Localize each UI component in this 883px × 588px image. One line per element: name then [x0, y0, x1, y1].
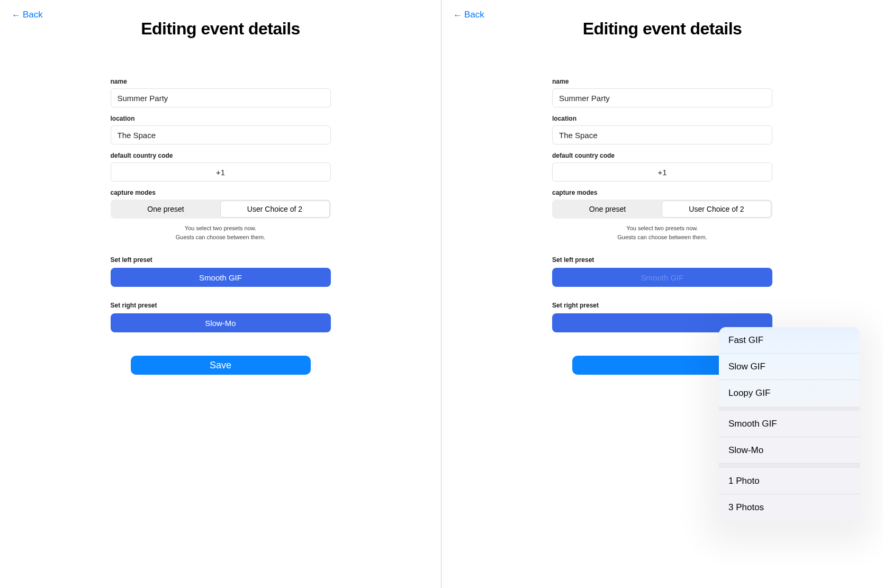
segment-one-preset[interactable]: One preset	[553, 201, 662, 218]
panel-state-a: ← Back Editing event details name locati…	[0, 0, 442, 588]
helper-text: You select two presets now. Guests can c…	[552, 224, 772, 241]
preset-option[interactable]: Fast GIF	[719, 327, 860, 354]
event-form: name location default country code captu…	[111, 78, 331, 375]
back-label: Back	[464, 10, 484, 20]
location-input[interactable]	[552, 125, 772, 144]
left-preset-button[interactable]: Smooth GIF	[552, 268, 772, 287]
capture-modes-segment: One preset User Choice of 2	[111, 200, 331, 219]
location-input[interactable]	[111, 125, 331, 144]
preset-option[interactable]: Smooth GIF	[719, 411, 860, 437]
default-cc-label: default country code	[111, 152, 331, 159]
location-label: location	[552, 115, 772, 122]
back-label: Back	[23, 10, 43, 20]
name-label: name	[552, 78, 772, 85]
panel-state-b: ← Back Editing event details name locati…	[442, 0, 883, 588]
back-button[interactable]: ← Back	[12, 10, 43, 20]
set-right-preset-label: Set right preset	[111, 302, 331, 309]
default-cc-label: default country code	[552, 152, 772, 159]
location-label: location	[111, 115, 331, 122]
right-preset-button[interactable]: Slow-Mo	[111, 313, 331, 332]
set-left-preset-label: Set left preset	[552, 256, 772, 264]
page-title: Editing event details	[0, 19, 441, 39]
preset-option[interactable]: 3 Photos	[719, 494, 860, 521]
segment-one-preset[interactable]: One preset	[112, 201, 220, 218]
back-arrow-icon: ←	[12, 11, 21, 20]
page-title: Editing event details	[442, 19, 883, 39]
popover-separator	[719, 406, 860, 411]
name-label: name	[111, 78, 331, 85]
name-input[interactable]	[552, 88, 772, 107]
left-preset-button[interactable]: Smooth GIF	[111, 268, 331, 287]
back-arrow-icon: ←	[453, 11, 462, 20]
preset-option[interactable]: Loopy GIF	[719, 380, 860, 406]
segment-user-choice[interactable]: User Choice of 2	[662, 201, 771, 218]
helper-text: You select two presets now. Guests can c…	[111, 224, 331, 241]
set-left-preset-label: Set left preset	[111, 256, 331, 264]
preset-option[interactable]: 1 Photo	[719, 468, 860, 494]
capture-modes-segment: One preset User Choice of 2	[552, 200, 772, 219]
default-cc-input[interactable]	[111, 162, 331, 182]
save-button[interactable]: Save	[131, 356, 311, 375]
capture-modes-label: capture modes	[552, 189, 772, 196]
set-right-preset-label: Set right preset	[552, 302, 772, 309]
capture-modes-label: capture modes	[111, 189, 331, 196]
back-button[interactable]: ← Back	[453, 10, 484, 20]
default-cc-input[interactable]	[552, 162, 772, 182]
preset-popover: Fast GIF Slow GIF Loopy GIF Smooth GIF S…	[719, 327, 860, 521]
segment-user-choice[interactable]: User Choice of 2	[220, 201, 330, 218]
preset-option[interactable]: Slow GIF	[719, 354, 860, 380]
preset-option[interactable]: Slow-Mo	[719, 437, 860, 464]
name-input[interactable]	[111, 88, 331, 107]
popover-separator	[719, 464, 860, 468]
